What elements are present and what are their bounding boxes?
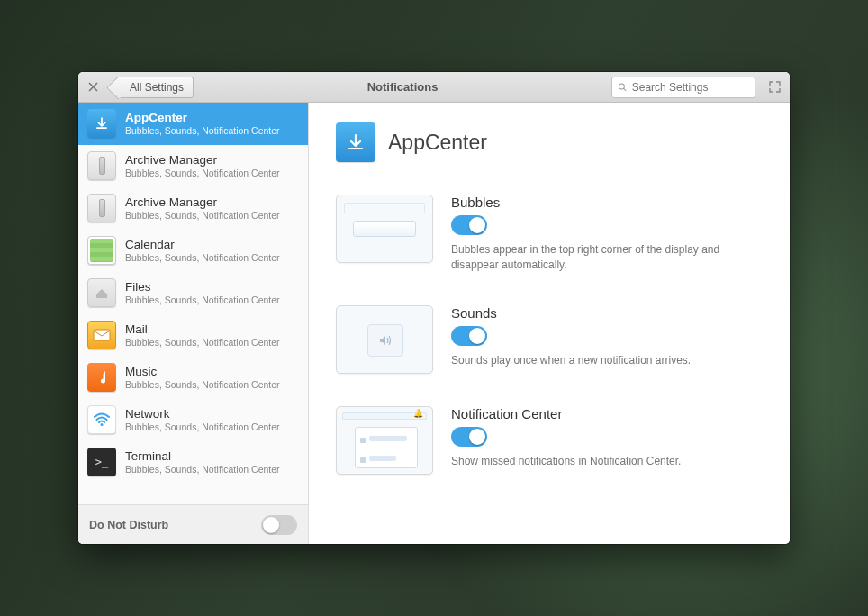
setting-title: Notification Center — [451, 406, 763, 421]
app-sub-label: Bubbles, Sounds, Notification Center — [125, 252, 280, 264]
setting-desc: Show missed notifications in Notificatio… — [451, 454, 730, 469]
search-field[interactable] — [611, 77, 755, 98]
app-name-label: Archive Manager — [125, 195, 280, 210]
music-icon — [87, 363, 116, 392]
main-app-title: AppCenter — [388, 131, 487, 155]
sidebar-item-archive[interactable]: Archive ManagerBubbles, Sounds, Notifica… — [78, 145, 308, 187]
appcenter-icon — [87, 109, 116, 138]
search-input[interactable] — [632, 81, 749, 94]
close-icon — [88, 82, 98, 92]
main-header: AppCenter — [336, 122, 763, 162]
sidebar-item-terminal[interactable]: >_TerminalBubbles, Sounds, Notification … — [78, 441, 308, 484]
archive-icon — [87, 194, 116, 222]
app-sub-label: Bubbles, Sounds, Notification Center — [125, 337, 280, 349]
toggle-nc[interactable] — [451, 427, 487, 447]
app-name-label: Files — [125, 280, 280, 294]
app-name-label: Calendar — [125, 238, 280, 252]
app-sub-label: Bubbles, Sounds, Notification Center — [125, 125, 280, 137]
do-not-disturb-row: Do Not Disturb — [78, 504, 308, 544]
sidebar-item-network[interactable]: NetworkBubbles, Sounds, Notification Cen… — [78, 399, 308, 441]
mail-icon — [87, 321, 116, 349]
svg-line-1 — [624, 88, 627, 91]
app-name-label: Network — [125, 407, 280, 421]
window-title: Notifications — [199, 80, 606, 94]
svg-rect-2 — [94, 330, 110, 340]
preview-sounds — [336, 305, 433, 374]
download-arrow-icon — [346, 132, 366, 152]
archive-icon — [87, 151, 116, 180]
sidebar-item-files[interactable]: FilesBubbles, Sounds, Notification Cente… — [78, 272, 308, 314]
calendar-icon — [87, 236, 116, 265]
setting-title: Sounds — [451, 305, 763, 321]
app-name-label: Archive Manager — [125, 153, 280, 168]
svg-point-3 — [101, 423, 104, 426]
app-sub-label: Bubbles, Sounds, Notification Center — [125, 464, 280, 476]
toggle-bubbles[interactable] — [451, 215, 487, 235]
files-icon — [87, 278, 116, 307]
window-close-button[interactable] — [84, 78, 102, 96]
setting-nc: 🔔Notification CenterShow missed notifica… — [336, 406, 763, 475]
app-sub-label: Bubbles, Sounds, Notification Center — [125, 210, 280, 222]
app-list: AppCenterBubbles, Sounds, Notification C… — [78, 103, 308, 504]
appcenter-icon — [336, 122, 375, 162]
svg-point-0 — [619, 83, 624, 88]
app-name-label: Terminal — [125, 449, 280, 464]
setting-desc: Bubbles appear in the top right corner o… — [451, 242, 730, 273]
app-name-label: Music — [125, 365, 280, 379]
main-pane: AppCenter BubblesBubbles appear in the t… — [309, 103, 790, 544]
app-name-label: Mail — [125, 322, 280, 337]
preview-bubbles — [336, 195, 433, 263]
sidebar-item-calendar[interactable]: CalendarBubbles, Sounds, Notification Ce… — [78, 230, 308, 272]
app-name-label: AppCenter — [125, 111, 280, 125]
setting-desc: Sounds play once when a new notification… — [451, 353, 730, 368]
network-icon — [87, 405, 116, 434]
sidebar-item-music[interactable]: MusicBubbles, Sounds, Notification Cente… — [78, 357, 308, 399]
setting-title: Bubbles — [451, 195, 763, 210]
do-not-disturb-label: Do Not Disturb — [89, 519, 168, 531]
sidebar: AppCenterBubbles, Sounds, Notification C… — [78, 103, 309, 544]
settings-window: All Settings Notifications AppCenterBubb… — [78, 72, 790, 544]
app-sub-label: Bubbles, Sounds, Notification Center — [125, 168, 280, 179]
sidebar-item-archive-2[interactable]: Archive ManagerBubbles, Sounds, Notifica… — [78, 187, 308, 230]
titlebar: All Settings Notifications — [78, 72, 790, 103]
app-sub-label: Bubbles, Sounds, Notification Center — [125, 421, 280, 433]
setting-bubbles: BubblesBubbles appear in the top right c… — [336, 195, 763, 273]
preview-nc: 🔔 — [336, 406, 433, 475]
maximize-icon — [769, 81, 781, 93]
search-icon — [618, 82, 628, 93]
app-sub-label: Bubbles, Sounds, Notification Center — [125, 294, 280, 306]
toggle-sounds[interactable] — [451, 326, 487, 346]
terminal-icon: >_ — [87, 448, 116, 476]
sidebar-item-mail[interactable]: MailBubbles, Sounds, Notification Center — [78, 314, 308, 357]
window-maximize-button[interactable] — [764, 77, 784, 97]
sidebar-item-appcenter[interactable]: AppCenterBubbles, Sounds, Notification C… — [78, 103, 308, 145]
app-sub-label: Bubbles, Sounds, Notification Center — [125, 379, 280, 391]
back-button-label: All Settings — [130, 81, 184, 94]
do-not-disturb-toggle[interactable] — [261, 515, 297, 535]
all-settings-back-button[interactable]: All Settings — [116, 77, 194, 98]
setting-sounds: SoundsSounds play once when a new notifi… — [336, 305, 763, 374]
